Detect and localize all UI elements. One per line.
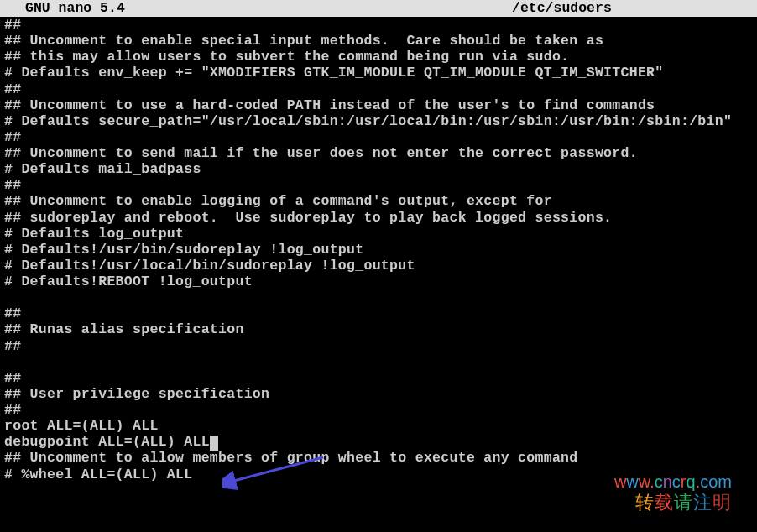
editor-line: ## — [4, 370, 753, 386]
editor-line: # Defaults mail_badpass — [4, 161, 753, 177]
editor-line: ## — [4, 338, 753, 354]
editor-line: ## sudoreplay and reboot. Use sudoreplay… — [4, 210, 753, 226]
editor-line: # Defaults log_output — [4, 226, 753, 242]
editor-line: ## Uncomment to allow members of group w… — [4, 450, 753, 466]
editor-line: ## Uncomment to enable special input met… — [4, 33, 753, 49]
editor-line: ## Uncomment to enable logging of a comm… — [4, 193, 753, 209]
file-path: /etc/sudoers — [512, 0, 612, 16]
editor-line: ## Uncomment to use a hard-coded PATH in… — [4, 97, 753, 113]
editor-line: ## — [4, 402, 753, 418]
editor-line: ## — [4, 17, 753, 33]
editor-line: # Defaults env_keep += "XMODIFIERS GTK_I… — [4, 65, 753, 81]
cursor — [210, 436, 218, 451]
editor-line: # Defaults!REBOOT !log_output — [4, 274, 753, 289]
editor-line: ## this may allow users to subvert the c… — [4, 49, 753, 65]
editor-line: ## — [4, 305, 753, 321]
editor-line: ## — [4, 81, 753, 97]
editor-line: ## User privilege specification — [4, 386, 753, 402]
editor-line: ## Uncomment to send mail if the user do… — [4, 145, 753, 161]
editor-line: ## — [4, 177, 753, 193]
watermark-cn: 转载请注明 — [635, 492, 732, 514]
editor-line: # Defaults!/usr/bin/sudoreplay !log_outp… — [4, 242, 753, 258]
editor-line — [4, 289, 753, 305]
editor-line — [4, 354, 753, 370]
watermark-url: www.cncrq.com — [614, 472, 732, 492]
editor-line: debugpoint ALL=(ALL) ALL — [4, 434, 753, 450]
editor-line: # Defaults secure_path="/usr/local/sbin:… — [4, 113, 753, 129]
app-name: GNU nano 5.4 — [25, 0, 125, 16]
editor-line: ## Runas alias specification — [4, 321, 753, 337]
editor-line: ## — [4, 129, 753, 145]
editor-line: root ALL=(ALL) ALL — [4, 418, 753, 434]
editor-line: # Defaults!/usr/local/bin/sudoreplay !lo… — [4, 258, 753, 274]
editor-area[interactable]: #### Uncomment to enable special input m… — [0, 17, 757, 482]
titlebar: GNU nano 5.4 /etc/sudoers — [0, 0, 757, 17]
